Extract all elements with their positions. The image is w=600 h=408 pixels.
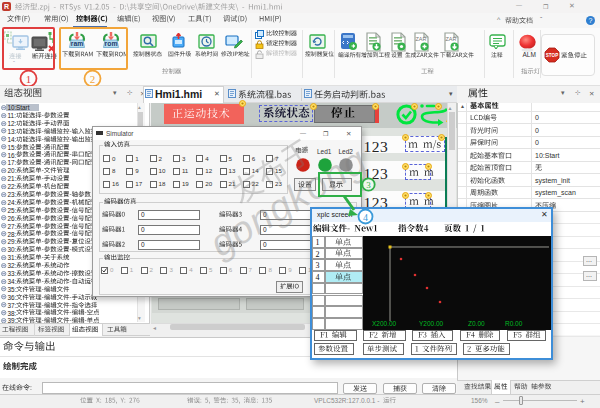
svg-text:4: 4	[363, 212, 368, 223]
svg-text:3: 3	[366, 180, 371, 190]
svg-text:2: 2	[90, 73, 96, 85]
svg-text:ZAR: ZAR	[416, 36, 427, 42]
svg-text:ZAR: ZAR	[446, 36, 457, 42]
svg-text:?: ?	[589, 17, 593, 24]
svg-text:STOP: STOP	[546, 53, 558, 58]
svg-text:1: 1	[26, 73, 32, 85]
